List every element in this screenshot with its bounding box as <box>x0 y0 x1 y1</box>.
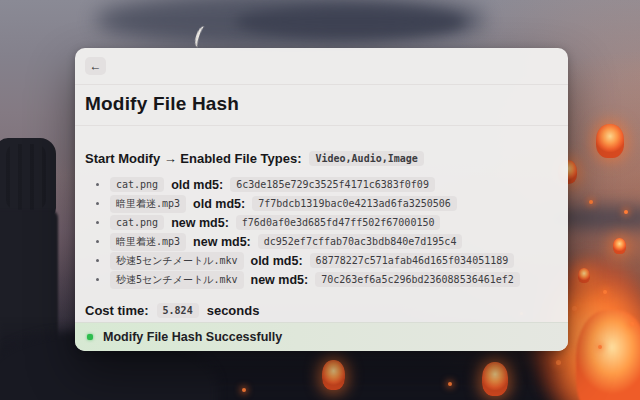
lantern-dot <box>448 382 452 386</box>
cost-time-unit: seconds <box>207 303 260 318</box>
bullet-icon <box>96 259 99 262</box>
moon-crescent <box>193 25 209 49</box>
back-button[interactable]: ← <box>85 57 106 75</box>
start-modify-label: Start Modify → Enabled File Types: <box>85 151 301 166</box>
hash-value-chip: 70c263ef6a5c296bd236088536461ef2 <box>315 272 520 287</box>
file-name-chip: 暗里着迷.mp3 <box>110 233 186 251</box>
file-name-chip: cat.png <box>110 215 164 230</box>
list-item: 暗里着迷.mp3 old md5: 7f7bdcb1319bac0e4213ad… <box>85 194 558 213</box>
lantern-dot <box>556 360 561 365</box>
hash-type-label: old md5: <box>251 254 303 268</box>
start-modify-line: Start Modify → Enabled File Types: Video… <box>85 151 558 166</box>
sky-lantern <box>596 124 624 158</box>
bullet-icon <box>96 202 99 205</box>
hash-value-chip: dc952ef7cffab70ac3bdb840e7d195c4 <box>258 234 463 249</box>
sky-lantern <box>322 360 345 390</box>
cloud <box>95 0 485 48</box>
lantern-dot <box>598 345 602 349</box>
sky-lantern <box>482 362 508 396</box>
window-header: ← <box>75 48 568 85</box>
sky-lantern <box>613 238 626 254</box>
lantern-dot <box>603 290 607 294</box>
file-name-chip: 秒速5センチメートル.mkv <box>110 252 244 270</box>
pillar-silhouette <box>0 210 58 400</box>
sky-lantern <box>578 268 590 283</box>
page-title: Modify File Hash <box>75 85 568 126</box>
list-item: cat.png new md5: f76d0af0e3d685fd47ff502… <box>85 213 558 232</box>
cost-time-line: Cost time: 5.824 seconds <box>85 303 558 318</box>
lantern-dot <box>572 306 577 311</box>
file-name-chip: 暗里着迷.mp3 <box>110 195 186 213</box>
hash-result-list: cat.png old md5: 6c3de185e729c3525f4171c… <box>85 175 558 289</box>
cost-time-label: Cost time: <box>85 303 149 318</box>
hash-value-chip: f76d0af0e3d685fd47ff502f67000150 <box>236 215 441 230</box>
lantern-dot <box>589 200 593 204</box>
hash-value-chip: 6c3de185e729c3525f4171c6383f0f09 <box>230 177 435 192</box>
sky-lantern <box>576 310 640 400</box>
modify-file-hash-window: ← Modify File Hash Start Modify → Enable… <box>75 48 568 351</box>
cloud <box>235 6 465 38</box>
hash-value-chip: 7f7bdcb1319bac0e4213ad6fa3250506 <box>252 196 457 211</box>
lantern-dot <box>242 388 246 392</box>
hash-type-label: old md5: <box>193 197 245 211</box>
hash-type-label: new md5: <box>193 235 251 249</box>
hash-type-label: new md5: <box>171 216 229 230</box>
bullet-icon <box>96 221 99 224</box>
lamp-post-silhouette <box>0 138 56 218</box>
status-message: Modify File Hash Successfully <box>103 330 282 344</box>
list-item: 秒速5センチメートル.mkv new md5: 70c263ef6a5c296b… <box>85 270 558 289</box>
success-dot-icon <box>87 334 93 340</box>
lamp-glow <box>2 148 48 208</box>
bullet-icon <box>96 183 99 186</box>
list-item: cat.png old md5: 6c3de185e729c3525f4171c… <box>85 175 558 194</box>
list-item: 秒速5センチメートル.mkv old md5: 68778227c571afab… <box>85 251 558 270</box>
lantern-dot <box>624 210 628 214</box>
cost-time-value-chip: 5.824 <box>157 303 199 318</box>
hash-type-label: old md5: <box>171 178 223 192</box>
hash-type-label: new md5: <box>251 273 309 287</box>
lantern-dot <box>630 322 634 326</box>
file-name-chip: 秒速5センチメートル.mkv <box>110 271 244 289</box>
lamp-cage-bars <box>6 144 46 210</box>
window-body: Start Modify → Enabled File Types: Video… <box>75 126 568 318</box>
bullet-icon <box>96 278 99 281</box>
file-name-chip: cat.png <box>110 177 164 192</box>
status-bar: Modify File Hash Successfully <box>75 322 568 351</box>
hash-value-chip: 68778227c571afab46d165f034051189 <box>310 253 515 268</box>
enabled-file-types-chip: Video,Audio,Image <box>309 151 423 166</box>
list-item: 暗里着迷.mp3 new md5: dc952ef7cffab70ac3bdb8… <box>85 232 558 251</box>
bullet-icon <box>96 240 99 243</box>
